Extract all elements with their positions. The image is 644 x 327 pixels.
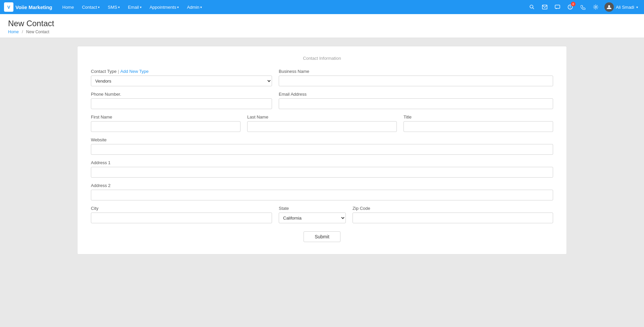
breadcrumb-current: New Contact bbox=[26, 30, 49, 34]
last-name-label: Last Name bbox=[247, 114, 397, 120]
website-input[interactable] bbox=[91, 144, 553, 155]
user-name: Ali Smadi bbox=[616, 5, 634, 10]
title-group: Title bbox=[404, 114, 553, 132]
state-select[interactable]: AlabamaAlaskaArizonaArkansasCaliforniaCo… bbox=[279, 213, 346, 223]
nav-home[interactable]: Home bbox=[59, 0, 77, 14]
website-group: Website bbox=[91, 137, 553, 155]
user-dropdown-icon: ▾ bbox=[636, 5, 638, 9]
nav-sms[interactable]: SMS ▾ bbox=[104, 0, 123, 14]
user-menu[interactable]: Ali Smadi ▾ bbox=[602, 2, 640, 12]
breadcrumb-home[interactable]: Home bbox=[8, 30, 19, 34]
svg-line-1 bbox=[533, 8, 534, 9]
city-label: City bbox=[91, 206, 272, 211]
nav-left: V Voiie Marketing Home Contact ▾ SMS ▾ E… bbox=[4, 0, 205, 14]
zip-group: Zip Code bbox=[353, 206, 553, 223]
state-group: State AlabamaAlaskaArizonaArkansasCalifo… bbox=[279, 206, 346, 223]
zip-label: Zip Code bbox=[353, 206, 553, 211]
contact-type-label: Contact Type | Add New Type bbox=[91, 69, 272, 74]
add-new-type-link[interactable]: Add New Type bbox=[120, 69, 149, 74]
row-phone-email: Phone Number. Email Address bbox=[91, 92, 553, 109]
label-separator: | bbox=[118, 69, 119, 74]
row-address1: Address 1 bbox=[91, 160, 553, 178]
avatar-icon bbox=[606, 4, 612, 10]
main-content: Contact Information Contact Type | Add N… bbox=[0, 38, 644, 263]
flag-button[interactable]: 0 bbox=[564, 1, 576, 13]
form-section-title: Contact Information bbox=[91, 56, 553, 61]
contact-dropdown-icon: ▾ bbox=[98, 5, 100, 9]
business-name-label: Business Name bbox=[279, 69, 553, 74]
nav-right: 0 Ali Smadi ▾ bbox=[526, 1, 640, 13]
business-name-input[interactable] bbox=[279, 76, 553, 86]
nav-appointments[interactable]: Appointments ▾ bbox=[146, 0, 182, 14]
address2-input[interactable] bbox=[91, 190, 553, 200]
last-name-group: Last Name bbox=[247, 114, 397, 132]
city-group: City bbox=[91, 206, 272, 223]
city-input[interactable] bbox=[91, 213, 272, 223]
breadcrumb-separator: / bbox=[22, 30, 23, 34]
first-name-group: First Name bbox=[91, 114, 240, 132]
mail-icon bbox=[542, 5, 547, 9]
address2-group: Address 2 bbox=[91, 183, 553, 200]
address2-label: Address 2 bbox=[91, 183, 553, 188]
svg-rect-2 bbox=[542, 5, 547, 9]
phone-icon bbox=[581, 5, 586, 10]
avatar bbox=[604, 2, 614, 12]
mail-button[interactable] bbox=[539, 1, 551, 13]
address1-input[interactable] bbox=[91, 167, 553, 178]
svg-point-0 bbox=[530, 5, 533, 8]
nav-contact[interactable]: Contact ▾ bbox=[78, 0, 103, 14]
phone-group: Phone Number. bbox=[91, 92, 272, 109]
phone-label: Phone Number. bbox=[91, 92, 272, 97]
chat-button[interactable] bbox=[551, 1, 564, 13]
submit-row: Submit bbox=[91, 231, 553, 242]
zip-input[interactable] bbox=[353, 213, 553, 223]
row-website: Website bbox=[91, 137, 553, 155]
svg-point-6 bbox=[570, 8, 571, 9]
nav-admin[interactable]: Admin ▾ bbox=[183, 0, 205, 14]
row-city-state-zip: City State AlabamaAlaskaArizonaArkansasC… bbox=[91, 206, 553, 223]
svg-point-7 bbox=[595, 6, 597, 8]
brand-logo: V bbox=[4, 2, 13, 12]
state-label: State bbox=[279, 206, 346, 211]
address1-group: Address 1 bbox=[91, 160, 553, 178]
brand-logo-text: V bbox=[7, 5, 10, 10]
gear-icon bbox=[593, 4, 598, 10]
admin-dropdown-icon: ▾ bbox=[200, 5, 202, 9]
first-name-label: First Name bbox=[91, 114, 240, 120]
email-group: Email Address bbox=[279, 92, 553, 109]
submit-button[interactable]: Submit bbox=[304, 231, 340, 242]
email-dropdown-icon: ▾ bbox=[140, 5, 142, 9]
page-header: New Contact Home / New Contact bbox=[0, 14, 644, 38]
row-address2: Address 2 bbox=[91, 183, 553, 200]
row-contact-type-business: Contact Type | Add New Type VendorsClien… bbox=[91, 69, 553, 86]
first-name-input[interactable] bbox=[91, 121, 240, 132]
phone-button[interactable] bbox=[577, 1, 589, 13]
email-input[interactable] bbox=[279, 98, 553, 109]
title-label: Title bbox=[404, 114, 553, 120]
chat-icon bbox=[555, 5, 560, 10]
address1-label: Address 1 bbox=[91, 160, 553, 165]
contact-type-select[interactable]: VendorsClientsPartnersLeads bbox=[91, 76, 272, 86]
title-input[interactable] bbox=[404, 121, 553, 132]
search-button[interactable] bbox=[526, 1, 538, 13]
form-card: Contact Information Contact Type | Add N… bbox=[77, 46, 567, 254]
page-title: New Contact bbox=[8, 19, 636, 28]
last-name-input[interactable] bbox=[247, 121, 397, 132]
settings-button[interactable] bbox=[590, 1, 602, 13]
svg-point-8 bbox=[608, 5, 610, 7]
search-icon bbox=[529, 4, 535, 10]
contact-type-group: Contact Type | Add New Type VendorsClien… bbox=[91, 69, 272, 86]
appointments-dropdown-icon: ▾ bbox=[177, 5, 179, 9]
website-label: Website bbox=[91, 137, 553, 142]
breadcrumb: Home / New Contact bbox=[8, 30, 636, 34]
business-name-group: Business Name bbox=[279, 69, 553, 86]
nav-email[interactable]: Email ▾ bbox=[124, 0, 145, 14]
sms-dropdown-icon: ▾ bbox=[118, 5, 120, 9]
brand-link[interactable]: V Voiie Marketing bbox=[4, 2, 52, 12]
phone-input[interactable] bbox=[91, 98, 272, 109]
svg-rect-3 bbox=[555, 5, 560, 8]
navbar: V Voiie Marketing Home Contact ▾ SMS ▾ E… bbox=[0, 0, 644, 14]
email-label: Email Address bbox=[279, 92, 553, 97]
notification-badge: 0 bbox=[571, 2, 576, 6]
row-names-title: First Name Last Name Title bbox=[91, 114, 553, 132]
